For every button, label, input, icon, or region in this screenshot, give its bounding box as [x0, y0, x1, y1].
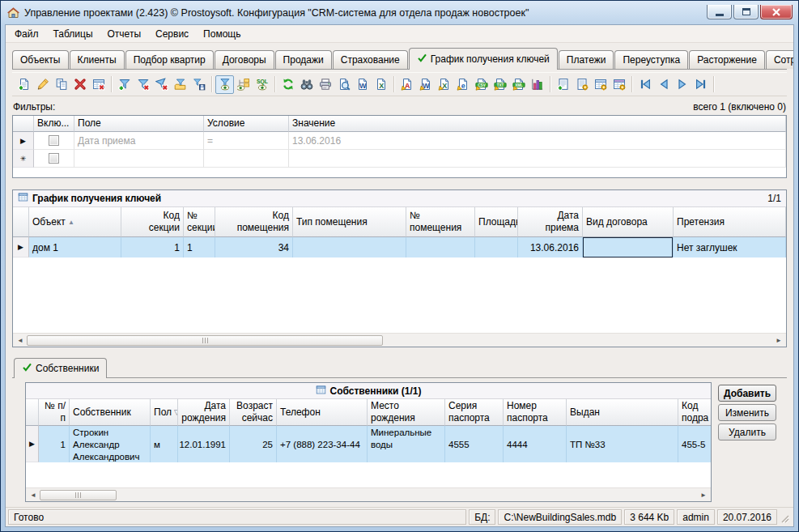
- cell[interactable]: [406, 237, 475, 257]
- export-xml-icon[interactable]: XML: [509, 75, 528, 94]
- column-header[interactable]: Выдан: [567, 399, 678, 426]
- column-header[interactable]: Площадь: [475, 207, 518, 237]
- filter-condition-cell[interactable]: [204, 150, 289, 168]
- main-horizontal-scrollbar[interactable]: ◄ ►: [13, 333, 786, 347]
- column-header[interactable]: Код помещения: [215, 207, 293, 237]
- column-header[interactable]: № п/п: [39, 399, 70, 426]
- tab-sales[interactable]: Продажи: [275, 50, 332, 69]
- cell[interactable]: [475, 237, 518, 257]
- column-header[interactable]: Дата приема: [518, 207, 583, 237]
- titlebar[interactable]: Управление проектами (2.423) © Prostoyso…: [5, 1, 794, 24]
- export-txt-icon[interactable]: TXT: [491, 75, 509, 94]
- filter-enabled-checkbox[interactable]: [49, 153, 59, 164]
- column-header[interactable]: Условие: [204, 116, 289, 132]
- cell[interactable]: 4555: [445, 426, 504, 462]
- record-delete-icon[interactable]: [70, 75, 89, 94]
- tab-contracts[interactable]: Договоры: [215, 50, 274, 69]
- close-button[interactable]: [760, 5, 793, 19]
- column-header[interactable]: Серия паспорта: [445, 399, 504, 426]
- tab-keys-schedule[interactable]: График получения ключей: [409, 48, 558, 70]
- cell[interactable]: Минеральные воды: [368, 426, 445, 462]
- column-header[interactable]: Возраст сейчас: [230, 399, 277, 426]
- filter-view-icon[interactable]: [215, 75, 234, 94]
- filter-add-icon[interactable]: [115, 75, 134, 94]
- cell[interactable]: Нет заглушек: [674, 237, 786, 257]
- column-header[interactable]: Поле: [74, 116, 204, 132]
- table-row[interactable]: ▶1Строкин Александр Александровичм12.01.…: [26, 426, 711, 462]
- tab-owners[interactable]: Собственники: [14, 358, 107, 378]
- column-header[interactable]: № секции: [184, 207, 215, 237]
- maximize-button[interactable]: [733, 5, 759, 19]
- tab-flat-selection[interactable]: Подбор квартир: [125, 50, 214, 69]
- nav-last-icon[interactable]: [691, 75, 710, 94]
- edit-button[interactable]: Изменить: [718, 404, 776, 421]
- column-header[interactable]: Значение: [289, 116, 786, 132]
- cell[interactable]: 1: [39, 426, 70, 462]
- menu-service[interactable]: Сервис: [148, 25, 196, 42]
- export-word-icon[interactable]: W: [416, 75, 435, 94]
- column-header[interactable]: Претензия: [674, 207, 786, 237]
- scrollbar-thumb[interactable]: [40, 490, 117, 500]
- tab-employees[interactable]: Сотрудники: [766, 50, 793, 69]
- filter-field-cell[interactable]: [74, 150, 204, 168]
- cell[interactable]: 12.01.1991: [178, 426, 230, 462]
- record-add-icon[interactable]: [15, 75, 33, 94]
- record-edit-icon[interactable]: [33, 75, 52, 94]
- filter-clear-icon[interactable]: [152, 75, 171, 94]
- tab-assignment[interactable]: Переуступка: [614, 50, 688, 69]
- filter-delete-icon[interactable]: [134, 75, 152, 94]
- filter-condition-cell[interactable]: =: [204, 132, 289, 150]
- cell[interactable]: [293, 237, 406, 257]
- column-header[interactable]: Объект▲: [29, 207, 121, 237]
- table-settings-icon[interactable]: [591, 75, 610, 94]
- cell[interactable]: 4444: [504, 426, 567, 462]
- form-add-icon[interactable]: [554, 75, 572, 94]
- cell[interactable]: 34: [215, 237, 293, 257]
- column-header[interactable]: Тип помещения: [293, 207, 406, 237]
- scroll-left-arrow[interactable]: ◄: [14, 337, 27, 344]
- filter-row[interactable]: ✳: [13, 150, 786, 168]
- export-html-icon[interactable]: e: [453, 75, 472, 94]
- cell[interactable]: 1: [121, 237, 184, 257]
- export-csv-icon[interactable]: CSV: [472, 75, 491, 94]
- minimize-button[interactable]: [707, 5, 732, 19]
- export-pdf-icon[interactable]: A: [397, 75, 416, 94]
- table-rows-delete-icon[interactable]: [89, 75, 108, 94]
- filter-tree-view-icon[interactable]: [234, 75, 253, 94]
- tab-termination[interactable]: Расторжение: [689, 50, 765, 69]
- cell[interactable]: Строкин Александр Александрович: [70, 426, 151, 462]
- delete-button[interactable]: Удалить: [718, 423, 776, 440]
- menu-help[interactable]: Помощь: [196, 25, 248, 42]
- scroll-left-arrow[interactable]: ◄: [27, 492, 40, 499]
- open-word-icon[interactable]: W: [353, 75, 372, 94]
- column-header[interactable]: Дата рождения: [178, 399, 230, 426]
- scroll-right-arrow[interactable]: ►: [772, 337, 785, 344]
- cell[interactable]: м: [151, 426, 178, 462]
- chart-icon[interactable]: [528, 75, 546, 94]
- filter-enabled-checkbox[interactable]: [49, 135, 59, 146]
- export-excel-icon[interactable]: X: [435, 75, 453, 94]
- sql-view-icon[interactable]: SQL: [253, 75, 271, 94]
- cell[interactable]: +7 (888) 223-34-44: [277, 426, 368, 462]
- cell[interactable]: 1: [184, 237, 215, 257]
- cell[interactable]: 455-5: [678, 426, 711, 462]
- tab-clients[interactable]: Клиенты: [70, 50, 125, 69]
- filter-row[interactable]: ▶Дата приема=13.06.2016: [13, 132, 786, 150]
- column-header[interactable]: Место рождения: [368, 399, 445, 426]
- column-header[interactable]: Пол▽: [151, 399, 178, 426]
- print-preview-icon[interactable]: [334, 75, 353, 94]
- tab-insurance[interactable]: Страхование: [333, 50, 408, 69]
- search-icon[interactable]: [297, 75, 316, 94]
- table-row[interactable]: ▶дом 1113413.06.2016Нет заглушек: [13, 237, 786, 257]
- column-header[interactable]: Вклю...: [34, 116, 74, 132]
- tab-objects[interactable]: Объекты: [12, 50, 69, 69]
- nav-prev-icon[interactable]: [654, 75, 673, 94]
- filter-value-cell[interactable]: 13.06.2016: [289, 132, 786, 150]
- nav-next-icon[interactable]: [673, 75, 691, 94]
- scrollbar-thumb[interactable]: [27, 335, 383, 346]
- filter-open-icon[interactable]: [171, 75, 189, 94]
- owners-horizontal-scrollbar[interactable]: ◄ ►: [26, 487, 711, 501]
- scroll-right-arrow[interactable]: ►: [697, 492, 710, 499]
- table-view-settings-icon[interactable]: [610, 75, 628, 94]
- refresh-icon[interactable]: [278, 75, 297, 94]
